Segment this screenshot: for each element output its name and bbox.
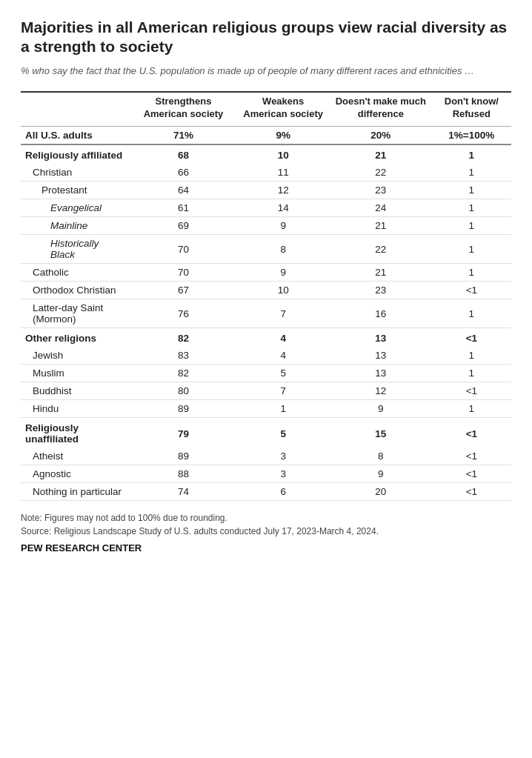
col-header-3: Doesn't make much difference xyxy=(330,92,432,127)
row-value: <1 xyxy=(432,483,511,501)
row-value: 3 xyxy=(236,465,330,483)
row-value: 79 xyxy=(130,418,237,448)
row-label: Muslim xyxy=(21,365,130,382)
table-row: Latter-day Saint (Mormon)767161 xyxy=(21,299,511,328)
table-row: Mainline699211 xyxy=(21,217,511,235)
row-value: 24 xyxy=(330,199,432,217)
table-row: All U.S. adults71%9%20%1%=100% xyxy=(21,127,511,145)
row-value: 12 xyxy=(236,182,330,199)
row-label: Historically Black xyxy=(21,235,130,264)
table-row: Historically Black708221 xyxy=(21,235,511,264)
data-table: Strengthens American societyWeakens Amer… xyxy=(21,91,511,502)
chart-title: Majorities in all American religious gro… xyxy=(21,18,511,57)
table-row: Atheist8938<1 xyxy=(21,448,511,465)
row-value: 67 xyxy=(130,282,237,299)
row-value: 1 xyxy=(432,182,511,199)
row-value: <1 xyxy=(432,282,511,299)
row-value: 4 xyxy=(236,328,330,348)
row-value: 22 xyxy=(330,235,432,264)
row-label: Orthodox Christian xyxy=(21,282,130,299)
row-value: 1 xyxy=(432,199,511,217)
chart-subtitle: % who say the fact that the U.S. populat… xyxy=(21,64,511,78)
row-value: 5 xyxy=(236,418,330,448)
row-label: Nothing in particular xyxy=(21,483,130,501)
col-header-2: Weakens American society xyxy=(236,92,330,127)
table-row: Buddhist80712<1 xyxy=(21,382,511,400)
row-value: 20 xyxy=(330,483,432,501)
row-value: 9 xyxy=(236,264,330,282)
row-value: 68 xyxy=(130,144,237,164)
row-value: 74 xyxy=(130,483,237,501)
row-label: Atheist xyxy=(21,448,130,465)
table-row: Christian6611221 xyxy=(21,164,511,182)
table-row: Catholic709211 xyxy=(21,264,511,282)
row-value: 69 xyxy=(130,217,237,235)
row-value: 11 xyxy=(236,164,330,182)
row-value: 70 xyxy=(130,264,237,282)
pew-logo: PEW RESEARCH CENTER xyxy=(21,542,511,553)
row-value: 22 xyxy=(330,164,432,182)
row-value: <1 xyxy=(432,382,511,400)
row-value: 1 xyxy=(432,400,511,418)
row-value: 16 xyxy=(330,299,432,328)
row-label: Christian xyxy=(21,164,130,182)
row-value: 83 xyxy=(130,347,237,365)
row-value: 1 xyxy=(432,144,511,164)
row-value: 6 xyxy=(236,483,330,501)
col-header-1: Strengthens American society xyxy=(130,92,237,127)
table-row: Other religions82413<1 xyxy=(21,328,511,348)
row-label: All U.S. adults xyxy=(21,127,130,145)
row-value: 1 xyxy=(432,365,511,382)
row-value: <1 xyxy=(432,418,511,448)
row-label: Religiously affiliated xyxy=(21,144,130,164)
row-value: 1 xyxy=(432,264,511,282)
row-label: Mainline xyxy=(21,217,130,235)
row-value: 82 xyxy=(130,328,237,348)
row-value: 9% xyxy=(236,127,330,145)
row-value: 7 xyxy=(236,382,330,400)
row-value: 1 xyxy=(432,164,511,182)
row-label: Evangelical xyxy=(21,199,130,217)
table-row: Nothing in particular74620<1 xyxy=(21,483,511,501)
row-value: 15 xyxy=(330,418,432,448)
row-value: 23 xyxy=(330,282,432,299)
table-row: Evangelical6114241 xyxy=(21,199,511,217)
row-value: 1 xyxy=(236,400,330,418)
row-value: 21 xyxy=(330,264,432,282)
row-label: Hindu xyxy=(21,400,130,418)
row-value: 13 xyxy=(330,347,432,365)
row-value: 10 xyxy=(236,144,330,164)
row-value: 23 xyxy=(330,182,432,199)
row-value: 61 xyxy=(130,199,237,217)
row-value: 64 xyxy=(130,182,237,199)
row-value: <1 xyxy=(432,465,511,483)
row-label: Agnostic xyxy=(21,465,130,483)
table-row: Religiously affiliated6810211 xyxy=(21,144,511,164)
row-value: 89 xyxy=(130,400,237,418)
row-value: <1 xyxy=(432,448,511,465)
row-label: Protestant xyxy=(21,182,130,199)
row-value: 3 xyxy=(236,448,330,465)
col-header-label xyxy=(21,92,130,127)
row-value: 1 xyxy=(432,217,511,235)
row-value: 89 xyxy=(130,448,237,465)
chart-source: Source: Religious Landscape Study of U.S… xyxy=(21,525,511,538)
row-label: Other religions xyxy=(21,328,130,348)
row-value: 21 xyxy=(330,217,432,235)
row-value: 71% xyxy=(130,127,237,145)
row-value: 21 xyxy=(330,144,432,164)
row-value: 76 xyxy=(130,299,237,328)
col-header-4: Don't know/ Refused xyxy=(432,92,511,127)
row-value: 66 xyxy=(130,164,237,182)
row-value: 1%=100% xyxy=(432,127,511,145)
table-row: Orthodox Christian671023<1 xyxy=(21,282,511,299)
row-label: Religiously unaffiliated xyxy=(21,418,130,448)
table-row: Jewish834131 xyxy=(21,347,511,365)
table-row: Religiously unaffiliated79515<1 xyxy=(21,418,511,448)
row-value: 8 xyxy=(236,235,330,264)
row-value: <1 xyxy=(432,328,511,348)
row-value: 13 xyxy=(330,328,432,348)
row-value: 14 xyxy=(236,199,330,217)
row-value: 80 xyxy=(130,382,237,400)
row-value: 1 xyxy=(432,299,511,328)
